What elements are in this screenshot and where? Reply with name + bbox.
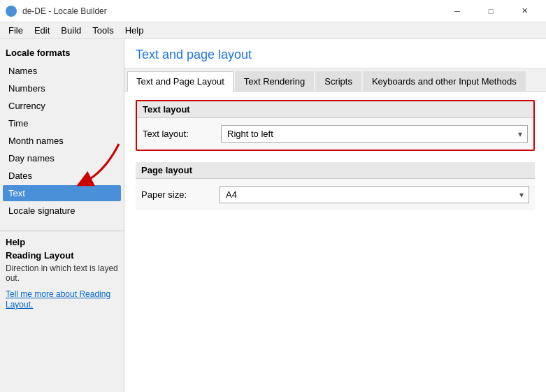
title-bar-controls: ─ □ ✕ bbox=[441, 0, 540, 22]
sidebar: Locale formats Names Numbers Currency Ti… bbox=[0, 39, 124, 392]
sidebar-item-time[interactable]: Time bbox=[3, 115, 121, 131]
text-layout-section: Text layout Text layout: Left to right R… bbox=[136, 100, 535, 151]
maximize-button[interactable]: □ bbox=[475, 0, 507, 22]
menu-file[interactable]: File bbox=[3, 24, 29, 37]
app-icon bbox=[6, 6, 17, 17]
content-area: Text and page layout Text and Page Layou… bbox=[124, 39, 546, 392]
help-section: Help Reading Layout Direction in which t… bbox=[0, 231, 124, 315]
minimize-button[interactable]: ─ bbox=[441, 0, 473, 22]
title-bar: de-DE - Locale Builder ─ □ ✕ bbox=[0, 0, 546, 22]
text-layout-label: Text layout: bbox=[143, 129, 213, 139]
tab-keyboards[interactable]: Keyboards and other Input Methods bbox=[363, 71, 526, 91]
sidebar-item-month-names[interactable]: Month names bbox=[3, 133, 121, 149]
help-description: Direction in which text is layed out. bbox=[6, 263, 118, 283]
sidebar-item-names[interactable]: Names bbox=[3, 63, 121, 79]
help-section-title: Help bbox=[6, 237, 118, 247]
page-layout-section: Page layout Paper size: A4 Letter Legal bbox=[136, 162, 535, 210]
help-subtitle: Reading Layout bbox=[6, 250, 118, 261]
sidebar-item-day-names[interactable]: Day names bbox=[3, 150, 121, 166]
title-bar-left: de-DE - Locale Builder bbox=[6, 6, 107, 17]
menu-build[interactable]: Build bbox=[55, 24, 87, 37]
tab-content: Text layout Text layout: Left to right R… bbox=[124, 92, 546, 392]
sidebar-item-currency[interactable]: Currency bbox=[3, 98, 121, 114]
menu-edit[interactable]: Edit bbox=[29, 24, 55, 37]
paper-size-select[interactable]: A4 Letter Legal bbox=[220, 186, 529, 203]
page-layout-section-title: Page layout bbox=[136, 162, 535, 179]
page-layout-section-content: Paper size: A4 Letter Legal bbox=[136, 179, 535, 210]
sidebar-item-dates[interactable]: Dates bbox=[3, 168, 121, 184]
content-title: Text and page layout bbox=[124, 39, 546, 68]
text-layout-section-content: Text layout: Left to right Right to left bbox=[137, 118, 533, 150]
window-title: de-DE - Locale Builder bbox=[22, 6, 107, 16]
tabs: Text and Page Layout Text Rendering Scri… bbox=[124, 68, 546, 92]
sidebar-section-title: Locale formats bbox=[0, 45, 124, 62]
menu-bar: File Edit Build Tools Help bbox=[0, 22, 546, 39]
main-layout: Locale formats Names Numbers Currency Ti… bbox=[0, 39, 546, 392]
sidebar-item-locale-signature[interactable]: Locale signature bbox=[3, 203, 121, 219]
text-layout-select[interactable]: Left to right Right to left bbox=[221, 125, 528, 143]
sidebar-item-text[interactable]: Text bbox=[3, 185, 121, 201]
close-button[interactable]: ✕ bbox=[508, 0, 540, 22]
sidebar-item-numbers[interactable]: Numbers bbox=[3, 80, 121, 96]
text-layout-section-title: Text layout bbox=[137, 101, 533, 118]
paper-size-select-wrapper: A4 Letter Legal bbox=[220, 186, 529, 203]
tab-scripts[interactable]: Scripts bbox=[315, 71, 361, 91]
paper-size-label: Paper size: bbox=[141, 189, 211, 200]
tab-text-rendering[interactable]: Text Rendering bbox=[235, 71, 314, 91]
paper-size-field-row: Paper size: A4 Letter Legal bbox=[141, 186, 529, 203]
menu-tools[interactable]: Tools bbox=[87, 24, 119, 37]
menu-help[interactable]: Help bbox=[120, 24, 150, 37]
help-link[interactable]: Tell me more about Reading Layout. bbox=[6, 289, 110, 310]
tab-text-page-layout[interactable]: Text and Page Layout bbox=[127, 71, 234, 92]
text-layout-field-row: Text layout: Left to right Right to left bbox=[143, 125, 528, 143]
text-layout-select-wrapper: Left to right Right to left bbox=[221, 125, 528, 143]
